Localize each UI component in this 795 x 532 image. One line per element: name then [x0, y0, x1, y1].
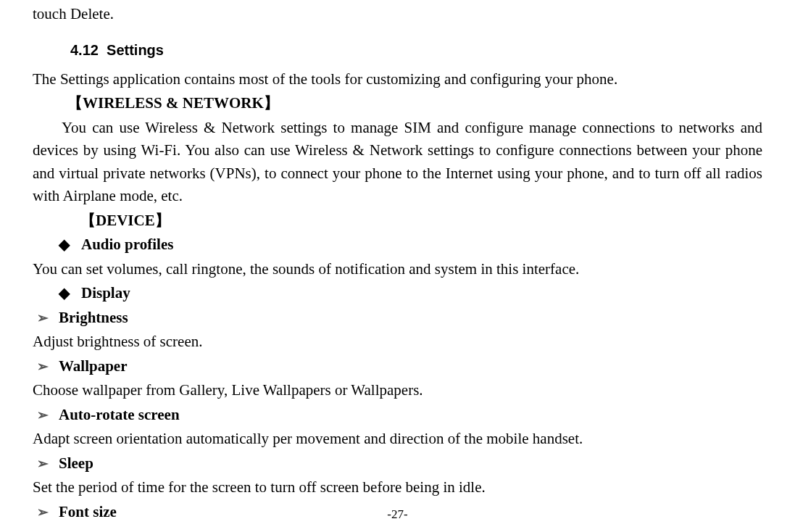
wallpaper-desc: Choose wallpaper from Gallery, Live Wall…	[33, 379, 762, 402]
wallpaper-item: ➢ Wallpaper	[37, 355, 762, 378]
audio-profiles-item: ◆ Audio profiles	[59, 233, 762, 257]
sleep-item: ➢ Sleep	[37, 452, 762, 475]
sleep-desc: Set the period of time for the screen to…	[33, 476, 762, 499]
heading-number: 4.12	[70, 42, 99, 58]
brightness-title: Brightness	[59, 307, 128, 330]
arrow-bullet-icon: ➢	[37, 454, 49, 475]
auto-rotate-desc: Adapt screen orientation automatically p…	[33, 428, 762, 451]
sleep-title: Sleep	[59, 452, 93, 475]
display-item: ◆ Display	[59, 282, 762, 305]
wireless-network-paragraph: You can use Wireless & Network settings …	[33, 117, 762, 208]
auto-rotate-item: ➢ Auto-rotate screen	[37, 404, 762, 427]
prev-page-fragment: touch Delete.	[33, 3, 762, 26]
wallpaper-title: Wallpaper	[59, 355, 128, 378]
section-heading-4-12: 4.12 Settings	[70, 39, 762, 61]
intro-paragraph: The Settings application contains most o…	[33, 68, 762, 91]
arrow-bullet-icon: ➢	[37, 357, 49, 378]
audio-profiles-desc: You can set volumes, call ringtone, the …	[33, 258, 762, 281]
wireless-network-heading: 【WIRELESS & NETWORK】	[67, 92, 762, 115]
page-number: -27-	[0, 507, 795, 522]
device-heading: 【DEVICE】	[80, 209, 762, 233]
auto-rotate-title: Auto-rotate screen	[59, 404, 180, 427]
display-title: Display	[81, 282, 130, 305]
heading-title: Settings	[107, 42, 164, 58]
brightness-item: ➢ Brightness	[37, 307, 762, 330]
arrow-bullet-icon: ➢	[37, 405, 49, 426]
brightness-desc: Adjust brightness of screen.	[33, 331, 762, 354]
diamond-bullet-icon: ◆	[59, 233, 70, 255]
diamond-bullet-icon: ◆	[59, 282, 70, 304]
arrow-bullet-icon: ➢	[37, 308, 49, 329]
audio-profiles-title: Audio profiles	[81, 233, 173, 257]
document-page: touch Delete. 4.12 Settings The Settings…	[0, 3, 795, 523]
